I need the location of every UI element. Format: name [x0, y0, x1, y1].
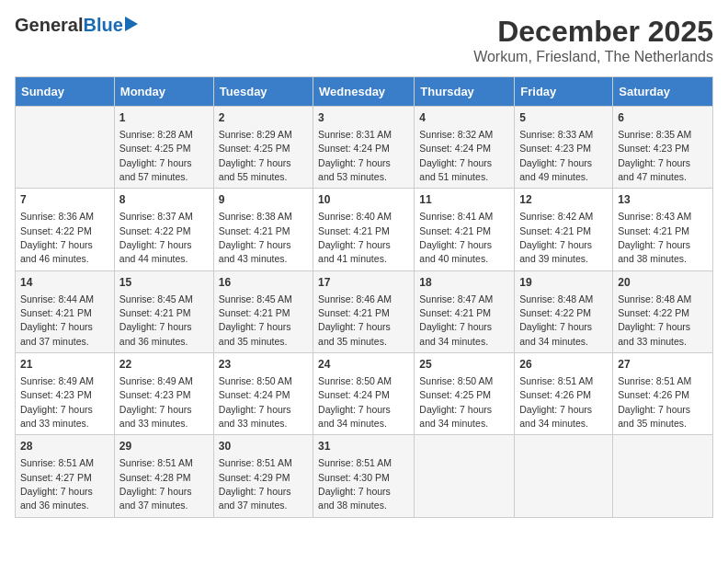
- day-number: 1: [119, 110, 209, 126]
- calendar-cell: 21Sunrise: 8:49 AM Sunset: 4:23 PM Dayli…: [16, 353, 115, 435]
- day-info: Sunrise: 8:46 AM Sunset: 4:21 PM Dayligh…: [318, 293, 392, 347]
- day-number: 8: [119, 192, 209, 208]
- calendar-cell: 17Sunrise: 8:46 AM Sunset: 4:21 PM Dayli…: [313, 270, 415, 352]
- day-number: 18: [419, 275, 509, 291]
- calendar-cell: 22Sunrise: 8:49 AM Sunset: 4:23 PM Dayli…: [114, 353, 213, 435]
- day-info: Sunrise: 8:36 AM Sunset: 4:22 PM Dayligh…: [20, 211, 94, 264]
- day-info: Sunrise: 8:45 AM Sunset: 4:21 PM Dayligh…: [219, 293, 292, 347]
- header-day-wednesday: Wednesday: [313, 77, 415, 107]
- header-day-tuesday: Tuesday: [213, 77, 313, 107]
- calendar-cell: 9Sunrise: 8:38 AM Sunset: 4:21 PM Daylig…: [213, 189, 313, 270]
- calendar-cell: 1Sunrise: 8:28 AM Sunset: 4:25 PM Daylig…: [114, 107, 213, 189]
- calendar-body: 1Sunrise: 8:28 AM Sunset: 4:25 PM Daylig…: [16, 107, 713, 518]
- calendar-cell: 30Sunrise: 8:51 AM Sunset: 4:29 PM Dayli…: [213, 435, 313, 517]
- calendar-cell: 16Sunrise: 8:45 AM Sunset: 4:21 PM Dayli…: [213, 270, 313, 352]
- day-info: Sunrise: 8:48 AM Sunset: 4:22 PM Dayligh…: [519, 293, 593, 347]
- day-info: Sunrise: 8:50 AM Sunset: 4:25 PM Dayligh…: [419, 375, 493, 429]
- day-number: 24: [318, 357, 409, 373]
- day-info: Sunrise: 8:37 AM Sunset: 4:22 PM Dayligh…: [119, 211, 193, 264]
- day-number: 30: [219, 439, 308, 454]
- day-info: Sunrise: 8:41 AM Sunset: 4:21 PM Dayligh…: [419, 211, 493, 264]
- day-info: Sunrise: 8:49 AM Sunset: 4:23 PM Dayligh…: [119, 375, 193, 429]
- calendar-cell: 24Sunrise: 8:50 AM Sunset: 4:24 PM Dayli…: [313, 353, 415, 435]
- day-number: 7: [20, 192, 109, 208]
- day-number: 10: [318, 192, 409, 208]
- day-info: Sunrise: 8:49 AM Sunset: 4:23 PM Dayligh…: [20, 375, 94, 429]
- day-number: 19: [519, 275, 608, 291]
- day-info: Sunrise: 8:35 AM Sunset: 4:23 PM Dayligh…: [618, 129, 691, 182]
- day-number: 15: [119, 275, 209, 291]
- day-number: 26: [519, 357, 608, 373]
- day-number: 23: [219, 357, 308, 373]
- calendar-cell: 7Sunrise: 8:36 AM Sunset: 4:22 PM Daylig…: [16, 189, 115, 270]
- day-info: Sunrise: 8:38 AM Sunset: 4:21 PM Dayligh…: [219, 211, 292, 264]
- week-row-1: 1Sunrise: 8:28 AM Sunset: 4:25 PM Daylig…: [16, 107, 713, 189]
- calendar-cell: 20Sunrise: 8:48 AM Sunset: 4:22 PM Dayli…: [613, 270, 713, 352]
- day-number: 31: [318, 439, 409, 454]
- calendar-cell: 10Sunrise: 8:40 AM Sunset: 4:21 PM Dayli…: [313, 189, 415, 270]
- calendar-cell: 29Sunrise: 8:51 AM Sunset: 4:28 PM Dayli…: [114, 435, 213, 517]
- day-info: Sunrise: 8:50 AM Sunset: 4:24 PM Dayligh…: [219, 375, 292, 429]
- day-number: 20: [618, 275, 708, 291]
- day-number: 17: [318, 275, 409, 291]
- day-info: Sunrise: 8:32 AM Sunset: 4:24 PM Dayligh…: [419, 129, 493, 182]
- header-day-monday: Monday: [114, 77, 213, 107]
- logo-general-text: General: [15, 15, 83, 36]
- day-number: 28: [20, 439, 109, 454]
- day-number: 29: [119, 439, 209, 454]
- day-info: Sunrise: 8:28 AM Sunset: 4:25 PM Dayligh…: [119, 129, 193, 182]
- header-day-thursday: Thursday: [415, 77, 515, 107]
- day-number: 25: [419, 357, 509, 373]
- week-row-4: 21Sunrise: 8:49 AM Sunset: 4:23 PM Dayli…: [16, 353, 713, 435]
- day-info: Sunrise: 8:51 AM Sunset: 4:28 PM Dayligh…: [119, 457, 193, 511]
- page-header: General Blue December 2025 Workum, Fries…: [15, 15, 713, 65]
- day-number: 16: [219, 275, 308, 291]
- calendar-cell: [515, 435, 613, 517]
- day-number: 13: [618, 192, 708, 208]
- day-number: 21: [20, 357, 109, 373]
- calendar-cell: 6Sunrise: 8:35 AM Sunset: 4:23 PM Daylig…: [613, 107, 713, 189]
- day-info: Sunrise: 8:29 AM Sunset: 4:25 PM Dayligh…: [219, 129, 292, 182]
- week-row-3: 14Sunrise: 8:44 AM Sunset: 4:21 PM Dayli…: [16, 270, 713, 352]
- day-info: Sunrise: 8:43 AM Sunset: 4:21 PM Dayligh…: [618, 211, 691, 264]
- calendar-cell: 13Sunrise: 8:43 AM Sunset: 4:21 PM Dayli…: [613, 189, 713, 270]
- day-info: Sunrise: 8:44 AM Sunset: 4:21 PM Dayligh…: [20, 293, 94, 347]
- calendar-cell: 12Sunrise: 8:42 AM Sunset: 4:21 PM Dayli…: [515, 189, 613, 270]
- page-title: December 2025: [473, 15, 713, 49]
- calendar-cell: [415, 435, 515, 517]
- calendar-cell: 28Sunrise: 8:51 AM Sunset: 4:27 PM Dayli…: [16, 435, 115, 517]
- page-subtitle: Workum, Friesland, The Netherlands: [473, 49, 713, 65]
- day-number: 2: [219, 110, 308, 126]
- day-info: Sunrise: 8:45 AM Sunset: 4:21 PM Dayligh…: [119, 293, 193, 347]
- day-info: Sunrise: 8:48 AM Sunset: 4:22 PM Dayligh…: [618, 293, 691, 347]
- day-info: Sunrise: 8:51 AM Sunset: 4:26 PM Dayligh…: [618, 375, 691, 429]
- calendar-cell: 26Sunrise: 8:51 AM Sunset: 4:26 PM Dayli…: [515, 353, 613, 435]
- calendar-cell: 25Sunrise: 8:50 AM Sunset: 4:25 PM Dayli…: [415, 353, 515, 435]
- day-info: Sunrise: 8:31 AM Sunset: 4:24 PM Dayligh…: [318, 129, 392, 182]
- calendar-cell: [16, 107, 115, 189]
- day-info: Sunrise: 8:51 AM Sunset: 4:29 PM Dayligh…: [219, 457, 292, 511]
- calendar-cell: 4Sunrise: 8:32 AM Sunset: 4:24 PM Daylig…: [415, 107, 515, 189]
- day-info: Sunrise: 8:47 AM Sunset: 4:21 PM Dayligh…: [419, 293, 493, 347]
- calendar-cell: 31Sunrise: 8:51 AM Sunset: 4:30 PM Dayli…: [313, 435, 415, 517]
- calendar-cell: 11Sunrise: 8:41 AM Sunset: 4:21 PM Dayli…: [415, 189, 515, 270]
- day-number: 12: [519, 192, 608, 208]
- header-day-friday: Friday: [515, 77, 613, 107]
- calendar-cell: 14Sunrise: 8:44 AM Sunset: 4:21 PM Dayli…: [16, 270, 115, 352]
- day-info: Sunrise: 8:51 AM Sunset: 4:26 PM Dayligh…: [519, 375, 593, 429]
- calendar-cell: 18Sunrise: 8:47 AM Sunset: 4:21 PM Dayli…: [415, 270, 515, 352]
- day-info: Sunrise: 8:51 AM Sunset: 4:27 PM Dayligh…: [20, 457, 94, 511]
- calendar-table: SundayMondayTuesdayWednesdayThursdayFrid…: [15, 76, 713, 518]
- header-row: SundayMondayTuesdayWednesdayThursdayFrid…: [16, 77, 713, 107]
- day-number: 14: [20, 275, 109, 291]
- header-day-sunday: Sunday: [16, 77, 115, 107]
- calendar-cell: 5Sunrise: 8:33 AM Sunset: 4:23 PM Daylig…: [515, 107, 613, 189]
- calendar-cell: 3Sunrise: 8:31 AM Sunset: 4:24 PM Daylig…: [313, 107, 415, 189]
- calendar-cell: 23Sunrise: 8:50 AM Sunset: 4:24 PM Dayli…: [213, 353, 313, 435]
- calendar-header: SundayMondayTuesdayWednesdayThursdayFrid…: [16, 77, 713, 107]
- logo: General Blue: [15, 15, 138, 36]
- calendar-cell: 27Sunrise: 8:51 AM Sunset: 4:26 PM Dayli…: [613, 353, 713, 435]
- day-info: Sunrise: 8:42 AM Sunset: 4:21 PM Dayligh…: [519, 211, 593, 264]
- logo-blue-text: Blue: [83, 15, 122, 36]
- day-number: 27: [618, 357, 708, 373]
